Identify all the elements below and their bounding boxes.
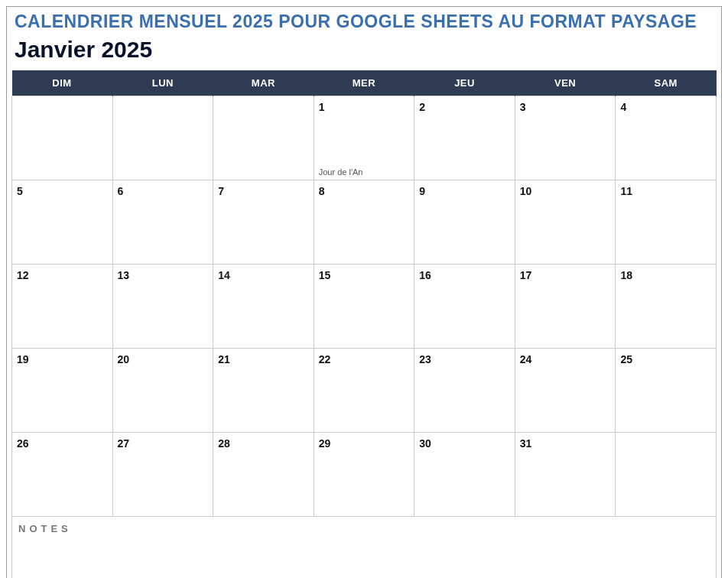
calendar-week-row: 1Jour de l'An234 — [12, 96, 717, 180]
calendar-day-cell[interactable]: 4 — [616, 96, 717, 180]
weekday-header: DIM — [12, 70, 113, 96]
calendar-week-row: 262728293031 — [12, 433, 717, 517]
day-note — [414, 429, 515, 432]
calendar-day-cell[interactable]: 23 — [414, 349, 515, 433]
day-number: 13 — [113, 265, 213, 281]
calendar-day-cell[interactable]: 29 — [314, 433, 414, 517]
day-number: 10 — [515, 180, 616, 197]
day-note — [314, 513, 414, 516]
calendar-day-cell[interactable] — [616, 433, 717, 517]
day-number: 6 — [113, 180, 213, 197]
day-note — [616, 513, 716, 516]
day-note — [515, 261, 616, 264]
day-note — [515, 429, 616, 432]
calendar-day-cell[interactable] — [112, 96, 213, 180]
day-note — [314, 429, 414, 432]
day-note — [213, 513, 314, 516]
day-number: 19 — [12, 349, 112, 365]
weekday-header: SAM — [616, 70, 717, 96]
calendar-day-cell[interactable]: 3 — [515, 96, 616, 180]
day-number: 20 — [113, 349, 213, 365]
calendar-day-cell[interactable]: 16 — [414, 265, 515, 349]
calendar-day-cell[interactable]: 30 — [414, 433, 515, 517]
calendar-day-cell[interactable]: 20 — [112, 349, 213, 433]
day-note — [616, 345, 716, 348]
calendar-table: DIM LUN MAR MER JEU VEN SAM 1Jour de l'A… — [11, 70, 717, 578]
day-note — [414, 177, 515, 180]
calendar-day-cell[interactable]: 18 — [616, 265, 717, 349]
day-number: 26 — [12, 433, 112, 450]
day-note — [616, 261, 716, 264]
day-number: 28 — [213, 433, 314, 450]
calendar-day-cell[interactable]: 14 — [213, 265, 314, 349]
day-note — [12, 345, 112, 348]
calendar-day-cell[interactable]: 15 — [314, 265, 414, 349]
calendar-day-cell[interactable]: 26 — [12, 433, 113, 517]
day-note — [213, 345, 314, 348]
day-note — [113, 513, 213, 516]
day-number: 12 — [12, 265, 112, 281]
weekday-header: VEN — [515, 70, 616, 96]
day-number: 31 — [515, 433, 616, 450]
weekday-header: LUN — [112, 70, 213, 96]
calendar-day-cell[interactable]: 9 — [414, 180, 515, 265]
day-note — [12, 261, 112, 264]
notes-row: NOTES — [12, 517, 717, 579]
day-number: 27 — [113, 433, 213, 450]
calendar-week-row: 12131415161718 — [12, 265, 717, 349]
day-note — [414, 513, 515, 516]
calendar-day-cell[interactable]: 13 — [112, 265, 213, 349]
calendar-day-cell[interactable]: 12 — [12, 265, 113, 349]
day-number: 24 — [515, 349, 616, 365]
day-number: 5 — [12, 180, 112, 197]
day-note — [12, 429, 112, 432]
calendar-day-cell[interactable]: 1Jour de l'An — [314, 96, 414, 180]
day-number: 30 — [414, 433, 515, 450]
day-number: 18 — [616, 265, 716, 281]
day-note — [314, 261, 414, 264]
calendar-day-cell[interactable]: 5 — [12, 180, 113, 265]
calendar-week-row: 567891011 — [12, 180, 717, 265]
day-note — [515, 345, 616, 348]
day-number: 3 — [515, 96, 616, 113]
calendar-day-cell[interactable]: 28 — [213, 433, 314, 517]
calendar-week-row: 19202122232425 — [12, 349, 717, 433]
calendar-day-cell[interactable] — [12, 96, 113, 180]
calendar-day-cell[interactable]: 27 — [112, 433, 213, 517]
day-number: 25 — [616, 349, 716, 365]
day-number — [113, 96, 213, 101]
calendar-day-cell[interactable]: 22 — [314, 349, 414, 433]
day-note — [113, 177, 213, 180]
main-title: CALENDRIER MENSUEL 2025 POUR GOOGLE SHEE… — [11, 10, 717, 37]
notes-cell[interactable]: NOTES — [12, 517, 717, 579]
day-number — [616, 433, 716, 437]
day-number: 16 — [414, 265, 515, 281]
calendar-day-cell[interactable]: 19 — [12, 349, 113, 433]
calendar-day-cell[interactable]: 7 — [213, 180, 314, 265]
day-note — [12, 177, 112, 180]
calendar-day-cell[interactable]: 6 — [112, 180, 213, 265]
day-note — [414, 261, 515, 264]
calendar-day-cell[interactable]: 10 — [515, 180, 616, 265]
calendar-day-cell[interactable]: 17 — [515, 265, 616, 349]
day-note — [616, 429, 716, 432]
weekday-header: MER — [314, 70, 414, 96]
calendar-day-cell[interactable] — [213, 96, 314, 180]
calendar-day-cell[interactable]: 21 — [213, 349, 314, 433]
weekday-header: JEU — [414, 70, 515, 96]
calendar-day-cell[interactable]: 25 — [616, 349, 717, 433]
day-number: 21 — [213, 349, 314, 365]
calendar-day-cell[interactable]: 8 — [314, 180, 414, 265]
day-number — [12, 96, 112, 101]
day-number: 29 — [314, 433, 414, 450]
calendar-day-cell[interactable]: 11 — [616, 180, 717, 265]
day-number: 1 — [314, 96, 414, 113]
calendar-day-cell[interactable]: 24 — [515, 349, 616, 433]
day-note — [515, 177, 616, 180]
day-note — [414, 345, 515, 348]
calendar-day-cell[interactable]: 31 — [515, 433, 616, 517]
day-number: 15 — [314, 265, 414, 281]
day-number: 23 — [414, 349, 515, 365]
day-number: 22 — [314, 349, 414, 365]
calendar-day-cell[interactable]: 2 — [414, 96, 515, 180]
